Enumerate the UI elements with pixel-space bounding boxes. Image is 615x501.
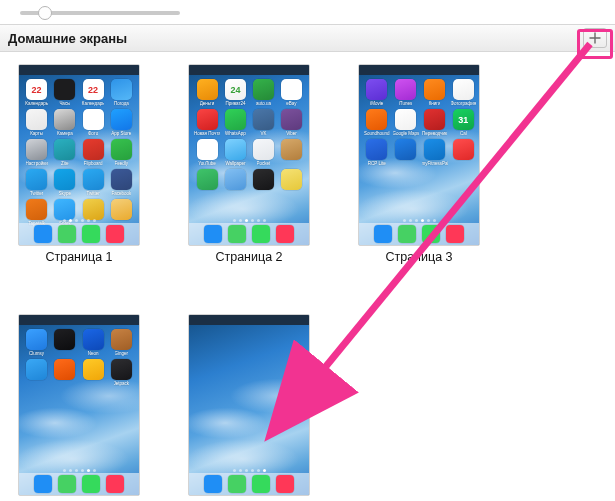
app-label: Flipboard — [84, 161, 103, 166]
app[interactable]: iTunes — [393, 79, 419, 106]
dock-app-icon[interactable] — [82, 225, 100, 243]
dock-app-icon[interactable] — [204, 475, 222, 493]
app[interactable]: WhatsApp — [223, 109, 248, 136]
app-label: iTunes — [399, 101, 412, 106]
app[interactable]: Skype — [52, 169, 77, 196]
app[interactable]: Flipboard — [81, 139, 106, 166]
dock-app-icon[interactable] — [228, 475, 246, 493]
dock-app-icon[interactable] — [398, 225, 416, 243]
app[interactable]: Часы — [52, 79, 77, 106]
dock-app-icon[interactable] — [58, 475, 76, 493]
app[interactable]: Google Maps — [393, 109, 419, 136]
app[interactable]: Ginger — [109, 329, 134, 356]
app[interactable]: Настройки — [24, 139, 49, 166]
app[interactable]: Новая Почта — [194, 109, 220, 136]
app-label: WhatsApp — [225, 131, 246, 136]
phone-thumbnail[interactable] — [188, 314, 310, 496]
app-label: auto.ua — [256, 101, 271, 106]
phone-thumbnail[interactable]: 22КалендарьЧасы22КалендарьПогодаКартыКам… — [18, 64, 140, 246]
app[interactable] — [393, 139, 419, 166]
dock-app-icon[interactable] — [34, 225, 52, 243]
app[interactable]: Twitter — [24, 169, 49, 196]
dock-app-icon[interactable] — [446, 225, 464, 243]
app[interactable]: 31Cal — [451, 109, 477, 136]
app[interactable]: eBay — [279, 79, 304, 106]
app[interactable] — [251, 169, 276, 191]
screen-item[interactable]: Страница 5 — [188, 314, 310, 501]
dock-app-icon[interactable] — [82, 475, 100, 493]
app[interactable]: 22Календарь — [81, 79, 106, 106]
app[interactable] — [223, 169, 248, 191]
app-icon — [453, 139, 474, 160]
app[interactable]: Карты — [24, 109, 49, 136]
screen-item[interactable]: ClumsyNeonGingerJetpackСтраница 4 — [18, 314, 140, 501]
app[interactable]: Переводчик — [422, 109, 448, 136]
app[interactable]: auto.ua — [251, 79, 276, 106]
dock-app-icon[interactable] — [276, 225, 294, 243]
app-icon — [83, 199, 104, 220]
app[interactable]: Деньги — [194, 79, 220, 106]
screen-item[interactable]: iMovieiTunesКнигиФотографияSoundhoundGoo… — [358, 64, 480, 264]
dock-app-icon[interactable] — [204, 225, 222, 243]
app[interactable]: Clumsy — [24, 329, 49, 356]
app[interactable]: VK — [251, 109, 276, 136]
app[interactable]: Wallpaper — [223, 139, 248, 166]
app[interactable]: App Store — [109, 109, 134, 136]
app[interactable]: iMovie — [364, 79, 390, 106]
phone-thumbnail[interactable]: Деньги24Приват24auto.uaeBayНовая ПочтаWh… — [188, 64, 310, 246]
app[interactable]: Zite — [52, 139, 77, 166]
page-dot — [63, 469, 66, 472]
page-dots — [189, 219, 309, 222]
app[interactable] — [279, 169, 304, 191]
zoom-slider-thumb[interactable] — [38, 6, 52, 20]
app[interactable]: Камера — [52, 109, 77, 136]
app[interactable]: 24Приват24 — [223, 79, 248, 106]
dock-app-icon[interactable] — [252, 225, 270, 243]
app[interactable] — [81, 359, 106, 386]
app[interactable]: YouTube — [194, 139, 220, 166]
dock-app-icon[interactable] — [422, 225, 440, 243]
app[interactable] — [24, 359, 49, 386]
add-screen-button[interactable] — [583, 28, 607, 48]
app[interactable]: myFitnessPal — [422, 139, 448, 166]
app[interactable]: 22Календарь — [24, 79, 49, 106]
app-icon — [424, 139, 445, 160]
dock-app-icon[interactable] — [228, 225, 246, 243]
app-icon — [83, 139, 104, 160]
app-icon — [83, 169, 104, 190]
dock-app-icon[interactable] — [106, 225, 124, 243]
app[interactable] — [52, 329, 77, 356]
app[interactable]: Feedly — [109, 139, 134, 166]
screen-item[interactable]: Деньги24Приват24auto.uaeBayНовая ПочтаWh… — [188, 64, 310, 264]
dock-app-icon[interactable] — [252, 475, 270, 493]
app[interactable]: Pocket — [251, 139, 276, 166]
phone-thumbnail[interactable]: ClumsyNeonGingerJetpack — [18, 314, 140, 496]
dock-app-icon[interactable] — [374, 225, 392, 243]
app[interactable]: Twitter — [81, 169, 106, 196]
app[interactable]: Фото — [81, 109, 106, 136]
app-icon — [281, 79, 302, 100]
app[interactable]: Neon — [81, 329, 106, 356]
screen-item[interactable]: 22КалендарьЧасы22КалендарьПогодаКартыКам… — [18, 64, 140, 264]
app[interactable]: RCP Lite — [364, 139, 390, 166]
app[interactable]: Книги — [422, 79, 448, 106]
dock-app-icon[interactable] — [58, 225, 76, 243]
app[interactable] — [451, 139, 477, 166]
app-icon — [26, 139, 47, 160]
phone-thumbnail[interactable]: iMovieiTunesКнигиФотографияSoundhoundGoo… — [358, 64, 480, 246]
app[interactable] — [52, 359, 77, 386]
app[interactable]: Фотография — [451, 79, 477, 106]
app[interactable]: Jetpack — [109, 359, 134, 386]
app[interactable] — [194, 169, 220, 191]
zoom-slider[interactable] — [20, 6, 180, 20]
page-dot — [69, 219, 72, 222]
app[interactable]: Погода — [109, 79, 134, 106]
app[interactable] — [279, 139, 304, 166]
app[interactable]: Viber — [279, 109, 304, 136]
screen-label: Страница 2 — [215, 250, 282, 264]
app[interactable]: Soundhound — [364, 109, 390, 136]
dock-app-icon[interactable] — [34, 475, 52, 493]
dock-app-icon[interactable] — [106, 475, 124, 493]
dock-app-icon[interactable] — [276, 475, 294, 493]
app[interactable]: Facebook — [109, 169, 134, 196]
